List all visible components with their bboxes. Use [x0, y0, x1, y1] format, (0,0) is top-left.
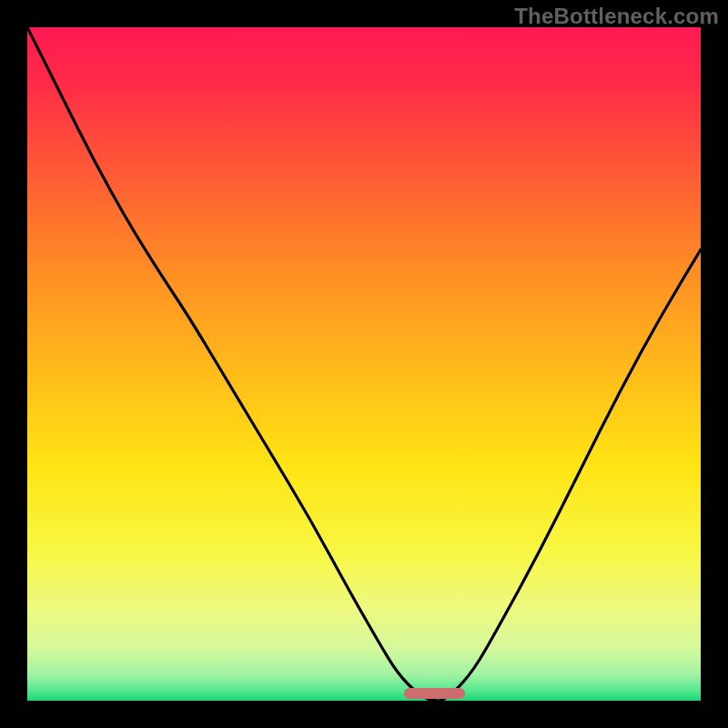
- chart-frame: TheBottleneck.com: [0, 0, 728, 728]
- attribution-text: TheBottleneck.com: [514, 4, 719, 29]
- optimal-range-marker: [404, 688, 465, 699]
- bottleneck-curve: [27, 27, 701, 701]
- plot-area: [27, 27, 701, 701]
